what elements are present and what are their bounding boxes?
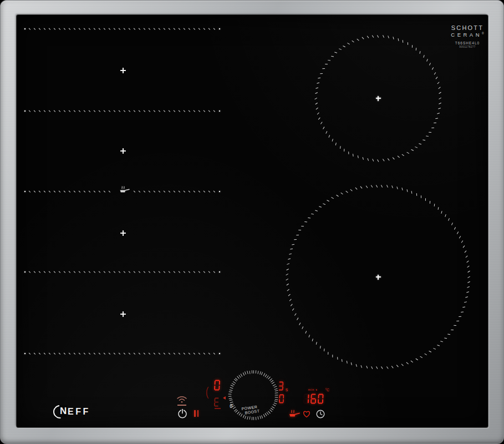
ceran-text: CERAN® bbox=[440, 32, 495, 38]
zone-mark bbox=[292, 244, 294, 245]
favorite-button[interactable] bbox=[302, 409, 312, 418]
frying-sensor-button[interactable] bbox=[287, 408, 301, 419]
temperature-display bbox=[303, 393, 324, 404]
pause-button[interactable] bbox=[194, 410, 198, 417]
timer-seconds-display bbox=[278, 381, 283, 391]
registered-mark: ® bbox=[482, 32, 484, 35]
schott-ceran-logo: SCHOTT CERAN® T66SHE4L0 9001178277 bbox=[440, 24, 495, 48]
schott-text: SCHOTT bbox=[440, 24, 495, 31]
flex-zone-indicator-display bbox=[214, 397, 219, 407]
zone-mark bbox=[296, 234, 299, 235]
left-zone-power-display bbox=[214, 380, 220, 391]
zone-mark bbox=[447, 334, 450, 335]
dial-zero-label: 0 bbox=[230, 403, 232, 409]
neff-logo-n: N bbox=[59, 405, 67, 417]
min-s-label: min s bbox=[308, 388, 318, 392]
zone-mark bbox=[378, 275, 379, 280]
wifi-icon[interactable] bbox=[176, 395, 188, 403]
power-button[interactable] bbox=[177, 408, 188, 419]
pan-steam-icon bbox=[118, 185, 130, 195]
temperature-labels: min s °C bbox=[308, 388, 329, 392]
timer-unit-label: s bbox=[286, 387, 288, 392]
celsius-label: °C bbox=[325, 388, 329, 392]
zone-bracket: ( bbox=[206, 386, 209, 400]
zone-mark bbox=[302, 225, 304, 226]
zone-select-arrow-icon bbox=[223, 396, 226, 400]
zone-mark bbox=[337, 357, 338, 360]
right-zone-power-display bbox=[279, 394, 284, 403]
zone-mark bbox=[328, 59, 330, 60]
induction-hob-frame: SCHOTT CERAN® T66SHE4L0 9001178277 N EFF… bbox=[0, 0, 504, 444]
model-number: T66SHE4L0 bbox=[440, 41, 495, 45]
wifi-underline bbox=[177, 405, 186, 406]
zone-mark bbox=[320, 73, 323, 74]
zone-mark bbox=[429, 132, 431, 133]
neff-logo: N EFF bbox=[53, 405, 90, 419]
flex-indicator-underline bbox=[215, 408, 221, 409]
ceramic-glass-surface bbox=[17, 15, 488, 427]
zone-mark bbox=[339, 146, 340, 149]
serial-number: 9001178277 bbox=[440, 46, 495, 48]
zone-mark bbox=[431, 128, 434, 128]
zone-mark bbox=[408, 42, 408, 45]
zone-mark bbox=[378, 96, 379, 101]
zone-mark bbox=[411, 45, 413, 48]
timer-button[interactable] bbox=[315, 409, 325, 419]
zone-mark bbox=[348, 152, 349, 154]
neff-logo-letters: EFF bbox=[68, 406, 90, 418]
